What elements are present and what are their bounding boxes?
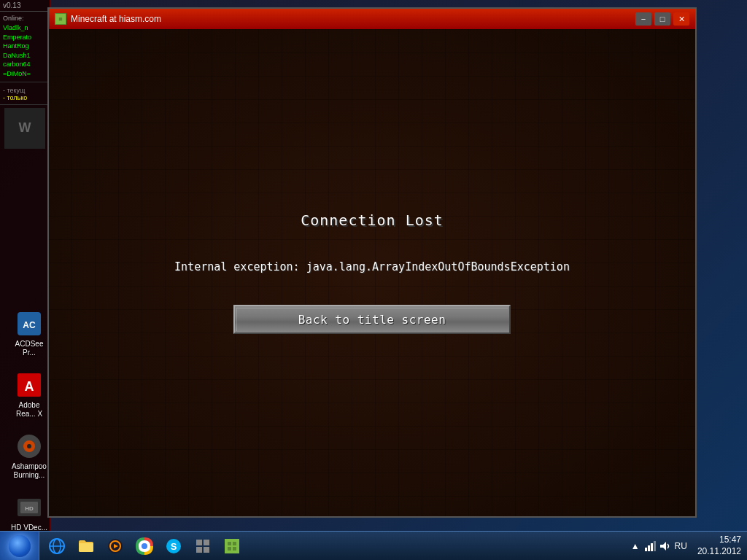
svg-point-18 [142, 543, 147, 548]
svg-rect-26 [228, 542, 231, 545]
svg-rect-33 [654, 541, 656, 551]
language-indicator[interactable]: RU [675, 541, 687, 551]
adobe-label: Adobe Rea... X [9, 401, 50, 419]
clock: 15:47 20.11.2012 [697, 534, 741, 557]
desktop-icon-hdvdec[interactable]: HD HD VDec... [6, 490, 53, 535]
taskbar-ie-icon[interactable] [44, 533, 70, 559]
taskbar: S [0, 531, 747, 560]
taskbar-explorer-icon[interactable] [73, 533, 99, 559]
svg-rect-32 [651, 543, 653, 551]
taskbar-app1-icon[interactable] [190, 533, 216, 559]
start-button[interactable] [0, 532, 39, 561]
svg-text:S: S [171, 541, 177, 552]
system-tray: ▲ [630, 540, 670, 552]
svg-rect-23 [196, 547, 202, 553]
svg-rect-24 [204, 547, 209, 553]
adobe-icon: A [15, 370, 44, 400]
minecraft-window: ■ Minecraft at hiasm.com − □ ✕ Connectio… [47, 7, 697, 518]
svg-rect-21 [196, 540, 202, 545]
svg-point-6 [27, 444, 31, 448]
desktop: v0.13 Online: Vladlk_n Emperato HantRog … [0, 0, 747, 560]
error-message: Internal exception: java.lang.ArrayIndex… [174, 258, 570, 276]
svg-rect-28 [228, 547, 231, 551]
svg-text:AC: AC [23, 320, 36, 330]
mc-window-title: Minecraft at hiasm.com [71, 14, 635, 24]
taskbar-chrome-icon[interactable] [131, 533, 158, 559]
version-label: v0.13 [0, 0, 50, 12]
titlebar: ■ Minecraft at hiasm.com − □ ✕ [49, 9, 695, 29]
desktop-icon-adobe[interactable]: A Adobe Rea... X [6, 368, 53, 421]
game-area: Connection Lost Internal exception: java… [49, 29, 695, 516]
taskbar-skype-icon[interactable]: S [160, 533, 187, 559]
minimize-button[interactable]: − [635, 12, 651, 26]
error-title: Connection Lost [301, 211, 444, 229]
svg-rect-25 [225, 539, 239, 553]
tray-show-hidden[interactable]: ▲ [630, 540, 641, 552]
svg-text:A: A [25, 379, 34, 394]
volume-tray-icon[interactable] [659, 540, 670, 552]
online-label: Online: [3, 15, 47, 22]
taskbar-right: ▲ RU [624, 534, 747, 557]
ashampoo-label: Ashampoo Burning... [9, 462, 50, 480]
svg-rect-30 [645, 548, 647, 551]
hdvdec-icon: HD [15, 493, 44, 522]
acdsee-label: ACDSee Pr... [9, 340, 50, 357]
taskbar-wmp-icon[interactable] [102, 533, 128, 559]
acdsee-icon: AC [15, 309, 44, 338]
svg-rect-29 [233, 547, 236, 551]
close-button[interactable]: ✕ [673, 12, 689, 26]
maximize-button[interactable]: □ [654, 12, 670, 26]
mc-window-icon: ■ [55, 13, 66, 25]
network-tray-icon[interactable] [644, 540, 656, 552]
svg-rect-31 [648, 545, 650, 551]
back-to-title-button[interactable]: Back to title screen [233, 305, 511, 334]
svg-rect-22 [204, 540, 209, 545]
clock-time: 15:47 [697, 534, 741, 546]
taskbar-minecraft-icon[interactable] [219, 533, 245, 559]
taskbar-apps: S [39, 532, 624, 560]
start-orb-icon [9, 535, 31, 557]
svg-marker-34 [660, 542, 666, 551]
desktop-icon-acdsee[interactable]: AC ACDSee Pr... [6, 306, 53, 360]
svg-rect-27 [233, 542, 236, 545]
window-controls: − □ ✕ [635, 12, 689, 26]
svg-text:HD: HD [25, 505, 34, 512]
clock-date: 20.11.2012 [697, 546, 741, 558]
ashampoo-icon [15, 432, 44, 461]
error-content: Connection Lost Internal exception: java… [49, 29, 695, 516]
desktop-icons: AC ACDSee Pr... A Adobe Rea... X [6, 22, 53, 535]
desktop-icon-ashampoo[interactable]: Ashampoo Burning... [6, 429, 53, 483]
